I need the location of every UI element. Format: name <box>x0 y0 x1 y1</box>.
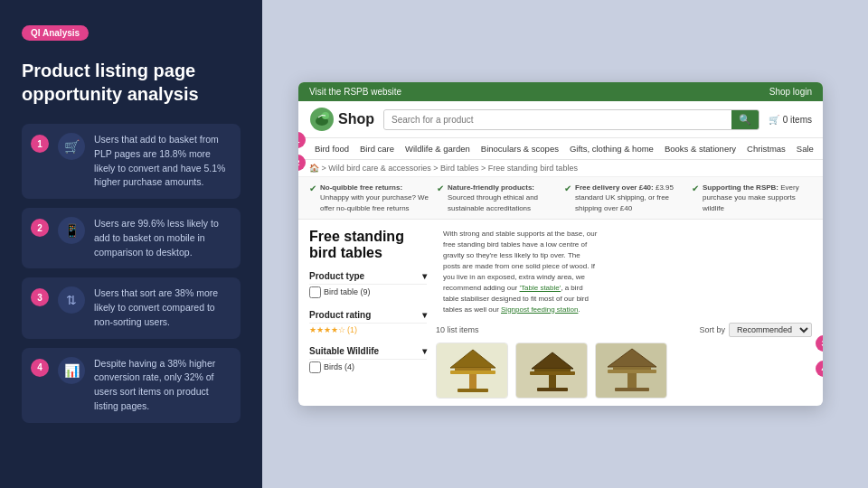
product-rating-filter: Product rating ▾ ★★★★☆ (1) <box>309 307 427 336</box>
main-content: Free standing bird tables Product type ▾… <box>298 220 823 406</box>
svg-rect-4 <box>455 368 491 371</box>
nav-bar: Bird food Bird care Wildlife & garden Bi… <box>298 138 823 160</box>
bird-table-svg-1 <box>441 345 505 395</box>
insight-number-3: 3 <box>31 288 49 306</box>
svg-rect-16 <box>627 373 637 389</box>
browser-topbar: Visit the RSPB website Shop login <box>298 82 823 101</box>
svg-rect-11 <box>549 375 556 389</box>
usp-strip: ✔ No-quibble free returns: Unhappy with … <box>298 177 823 220</box>
insight-text-2: Users are 99.6% less likely to add to ba… <box>94 217 231 259</box>
filter-checkbox-birds[interactable] <box>309 361 321 373</box>
nav-christmas[interactable]: Christmas <box>741 142 791 155</box>
svg-rect-7 <box>458 389 488 392</box>
insight-number-2: 2 <box>31 219 49 237</box>
results-count: 10 list items <box>436 325 479 334</box>
check-icon-2: ✔ <box>437 183 444 195</box>
check-icon-3: ✔ <box>564 183 571 195</box>
usp-rspb: ✔ Supporting the RSPB: Every purchase yo… <box>692 183 812 213</box>
nav-books[interactable]: Books & stationery <box>659 142 741 155</box>
svg-rect-10 <box>530 371 575 375</box>
svg-rect-14 <box>613 367 651 370</box>
svg-marker-8 <box>532 352 573 369</box>
search-button[interactable]: 🔍 <box>731 110 759 129</box>
shop-header: Shop 🔍 🛒 0 items <box>298 101 823 138</box>
mobile-icon: 📱 <box>58 217 85 244</box>
check-icon-4: ✔ <box>692 183 699 195</box>
product-image-1 <box>437 343 508 398</box>
usp-nature: ✔ Nature-friendly products: Sourced thro… <box>437 183 557 213</box>
nav-binoculars[interactable]: Binoculars & scopes <box>476 142 564 155</box>
basket-area: 🛒 0 items <box>769 115 812 125</box>
filter-bird-table[interactable]: Bird table (9) <box>309 285 427 300</box>
chart-icon: 📊 <box>58 357 85 384</box>
check-icon-1: ✔ <box>309 183 316 195</box>
nav-new[interactable]: NEW <box>819 142 823 155</box>
star-rating: ★★★★☆ (1) <box>309 324 427 336</box>
insight-text-4: Despite having a 38% higher conversion r… <box>94 357 231 414</box>
signpost-link[interactable]: Signpost feeding station <box>501 305 578 314</box>
sort-area: Sort by Recommended <box>699 323 812 337</box>
insight-text-1: Users that add to basket from PLP pages … <box>94 133 231 190</box>
svg-marker-13 <box>608 349 656 367</box>
insight-text-3: Users that sort are 38% more likely to c… <box>94 286 231 329</box>
svg-rect-12 <box>537 388 568 391</box>
product-type-label[interactable]: Product type ▾ <box>309 268 427 285</box>
usp-delivery: ✔ Free delivery over £40: £3.95 standard… <box>564 183 684 213</box>
shop-login-link[interactable]: Shop login <box>769 87 812 97</box>
nav-bird-care[interactable]: Bird care <box>354 142 400 155</box>
basket-icon: 🛒 <box>769 115 779 125</box>
visit-rspb-link[interactable]: Visit the RSPB website <box>309 87 401 97</box>
usp-returns-text: No-quibble free returns: Unhappy with yo… <box>320 183 429 213</box>
filter-checkbox-bird-table[interactable] <box>309 286 321 298</box>
right-panel: 1 2 3 4 Visit the RSPB website Shop logi… <box>262 0 868 488</box>
basket-icon: 🛒 <box>58 133 85 160</box>
suitable-wildlife-label[interactable]: Suitable Wildlife ▾ <box>309 343 427 360</box>
product-description: With strong and stable supports at the b… <box>436 229 599 315</box>
usp-returns: ✔ No-quibble free returns: Unhappy with … <box>309 183 429 213</box>
table-stable-link[interactable]: 'Table stable' <box>520 284 561 292</box>
suitable-wildlife-filter: Suitable Wildlife ▾ Birds (4) <box>309 343 427 375</box>
breadcrumb-text: 🏠 > Wild bird care & accessories > Bird … <box>309 164 578 173</box>
usp-nature-text: Nature-friendly products: Sourced throug… <box>448 183 557 213</box>
product-card-3[interactable] <box>595 343 667 399</box>
bird-table-svg-3 <box>600 345 664 395</box>
svg-rect-9 <box>534 369 571 371</box>
shop-title: Shop <box>338 111 374 127</box>
svg-rect-17 <box>615 388 649 391</box>
filter-birds[interactable]: Birds (4) <box>309 360 427 375</box>
search-bar[interactable]: 🔍 <box>383 109 760 130</box>
product-rating-label[interactable]: Product rating ▾ <box>309 307 427 324</box>
svg-rect-15 <box>608 370 656 373</box>
browser-mockup: 1 2 3 4 Visit the RSPB website Shop logi… <box>298 82 823 406</box>
insight-item-1: 1 🛒 Users that add to basket from PLP pa… <box>22 124 241 199</box>
basket-count: 0 items <box>783 115 812 125</box>
product-card-2[interactable] <box>515 343 588 399</box>
product-card-1[interactable] <box>436 343 508 399</box>
breadcrumb: 🏠 > Wild bird care & accessories > Bird … <box>298 160 823 177</box>
left-panel: QI Analysis Product listing page opportu… <box>0 0 262 488</box>
nav-wildlife[interactable]: Wildlife & garden <box>400 142 476 155</box>
rating-count: (1) <box>347 325 357 334</box>
results-column: With strong and stable supports at the b… <box>427 229 812 399</box>
product-grid <box>436 343 812 399</box>
bird-table-svg-2 <box>521 345 584 395</box>
insight-item-3: 3 ⇅ Users that sort are 38% more likely … <box>22 277 241 338</box>
usp-delivery-text: Free delivery over £40: £3.95 standard U… <box>575 183 684 213</box>
nav-gifts[interactable]: Gifts, clothing & home <box>564 142 659 155</box>
stars-icon: ★★★★☆ <box>309 325 345 334</box>
nav-bird-food[interactable]: Bird food <box>309 142 354 155</box>
search-input[interactable] <box>384 111 731 128</box>
tag-badge: QI Analysis <box>22 25 89 41</box>
insight-number-1: 1 <box>31 135 49 153</box>
product-image-2 <box>516 343 588 398</box>
product-image-3 <box>596 343 667 398</box>
sort-select[interactable]: Recommended <box>729 323 812 337</box>
sort-label: Sort by <box>699 325 725 334</box>
product-type-filter: Product type ▾ Bird table (9) <box>309 268 427 300</box>
insight-number-4: 4 <box>31 359 49 377</box>
page-title: Free standing bird tables <box>309 229 427 261</box>
nav-sale[interactable]: Sale <box>791 142 819 155</box>
svg-rect-5 <box>450 371 495 374</box>
usp-rspb-text: Supporting the RSPB: Every purchase you … <box>703 183 812 213</box>
svg-rect-6 <box>469 374 476 390</box>
